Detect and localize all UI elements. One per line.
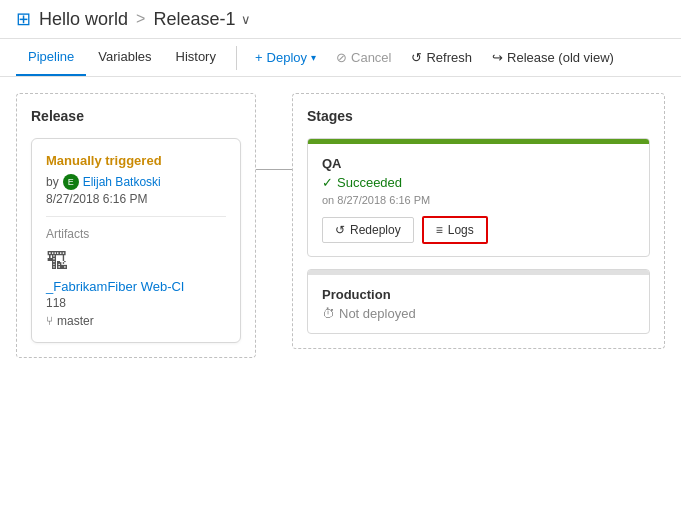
plus-icon: + bbox=[255, 50, 263, 65]
stage-card-qa: QA ✓ Succeeded on 8/27/2018 6:16 PM ↺ Re… bbox=[307, 138, 650, 257]
stage-date-qa: on 8/27/2018 6:16 PM bbox=[322, 194, 635, 206]
refresh-icon: ↺ bbox=[411, 50, 422, 65]
user-avatar: E bbox=[63, 174, 79, 190]
artifact-icon: 🏗 bbox=[46, 249, 226, 275]
by-label: by bbox=[46, 175, 59, 189]
stage-status-qa: ✓ Succeeded bbox=[322, 175, 635, 190]
artifact-name: _FabrikamFiber Web-CI bbox=[46, 279, 226, 294]
triggered-by: by E Elijah Batkoski bbox=[46, 174, 226, 190]
user-name: Elijah Batkoski bbox=[83, 175, 161, 189]
chevron-down-icon[interactable]: ∨ bbox=[241, 12, 251, 27]
logs-button[interactable]: ≡ Logs bbox=[422, 216, 488, 244]
artifact-number: 118 bbox=[46, 296, 226, 310]
header-separator: > bbox=[136, 10, 145, 28]
deploy-button[interactable]: + Deploy ▾ bbox=[245, 44, 326, 71]
tab-history[interactable]: History bbox=[164, 39, 228, 76]
stage-name-production: Production bbox=[322, 287, 635, 302]
triggered-date: 8/27/2018 6:16 PM bbox=[46, 192, 226, 206]
refresh-button[interactable]: ↺ Refresh bbox=[401, 44, 482, 71]
logs-icon: ≡ bbox=[436, 223, 443, 237]
app-title: Hello world bbox=[39, 9, 128, 30]
branch-name: master bbox=[57, 314, 94, 328]
redeploy-button[interactable]: ↺ Redeploy bbox=[322, 217, 414, 243]
header: ⊞ Hello world > Release-1 ∨ bbox=[0, 0, 681, 39]
artifacts-label: Artifacts bbox=[46, 227, 226, 241]
cancel-button[interactable]: ⊘ Cancel bbox=[326, 44, 401, 71]
tab-variables[interactable]: Variables bbox=[86, 39, 163, 76]
connector-line bbox=[256, 169, 292, 170]
triggered-title: Manually triggered bbox=[46, 153, 226, 168]
branch-icon: ⑂ bbox=[46, 314, 53, 328]
release-title: Release-1 bbox=[153, 9, 235, 30]
release-card: Manually triggered by E Elijah Batkoski … bbox=[31, 138, 241, 343]
release-panel-title: Release bbox=[31, 108, 241, 124]
stages-panel: Stages QA ✓ Succeeded on 8/27/2018 6:16 … bbox=[292, 93, 665, 349]
tab-pipeline[interactable]: Pipeline bbox=[16, 39, 86, 76]
arrow-right-icon: ↪ bbox=[492, 50, 503, 65]
deploy-chevron-icon: ▾ bbox=[311, 52, 316, 63]
stage-status-production: ⏱ Not deployed bbox=[322, 306, 635, 321]
release-panel: Release Manually triggered by E Elijah B… bbox=[16, 93, 256, 358]
stage-card-body-qa: QA ✓ Succeeded on 8/27/2018 6:16 PM ↺ Re… bbox=[308, 144, 649, 256]
stage-card-body-production: Production ⏱ Not deployed bbox=[308, 275, 649, 333]
clock-icon: ⏱ bbox=[322, 306, 335, 321]
card-divider bbox=[46, 216, 226, 217]
main-content: Release Manually triggered by E Elijah B… bbox=[0, 77, 681, 374]
check-icon: ✓ bbox=[322, 175, 333, 190]
redeploy-icon: ↺ bbox=[335, 223, 345, 237]
stage-card-production: Production ⏱ Not deployed bbox=[307, 269, 650, 334]
stage-name-qa: QA bbox=[322, 156, 635, 171]
cancel-icon: ⊘ bbox=[336, 50, 347, 65]
connector bbox=[256, 93, 292, 170]
release-oldview-button[interactable]: ↪ Release (old view) bbox=[482, 44, 624, 71]
stage-actions-qa: ↺ Redeploy ≡ Logs bbox=[322, 216, 635, 244]
nav-divider bbox=[236, 46, 237, 70]
stages-panel-title: Stages bbox=[307, 108, 650, 124]
app-icon: ⊞ bbox=[16, 8, 31, 30]
artifact-branch: ⑂ master bbox=[46, 314, 226, 328]
nav-bar: Pipeline Variables History + Deploy ▾ ⊘ … bbox=[0, 39, 681, 77]
